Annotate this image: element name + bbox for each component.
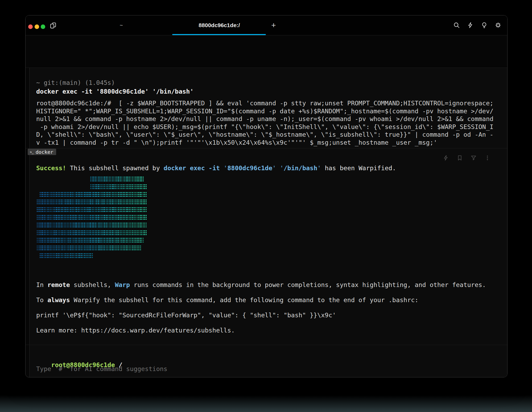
titlebar-actions — [453, 15, 501, 35]
close-window-button[interactable] — [28, 24, 33, 29]
minimize-window-button[interactable] — [35, 24, 39, 29]
block-bookmark-icon[interactable] — [457, 155, 463, 161]
tab-home[interactable]: ~ — [105, 15, 137, 35]
block-toolbar — [443, 155, 490, 161]
new-tab-label: + — [271, 21, 276, 30]
warpified-success-line: Success! This subshell spawned by docker… — [36, 164, 396, 172]
block-divider — [26, 345, 507, 345]
info-line-remote: In remote subshells, Warp runs commands … — [36, 281, 486, 289]
block-filter-icon[interactable] — [471, 155, 477, 161]
block-label-text: docker — [36, 149, 53, 155]
zoom-window-button[interactable] — [41, 24, 45, 29]
gear-icon[interactable] — [495, 22, 501, 28]
terminal-prompt-icon: >_ — [30, 150, 34, 154]
info-line-learn-more: Learn more: https://docs.warp.dev/featur… — [36, 327, 486, 335]
tab-active-label: 8800dc96c1de:/ — [199, 22, 240, 28]
bookmarks-icon[interactable] — [50, 22, 57, 30]
info-line-always: To always Warpify the subshell for this … — [36, 296, 486, 304]
block-lightning-icon[interactable] — [443, 155, 449, 161]
search-icon[interactable] — [453, 22, 460, 28]
tab-home-label: ~ — [120, 22, 123, 28]
prompt-context-line: ~ git:(main) (1.045s) — [36, 79, 115, 87]
active-tab-underline — [172, 34, 266, 35]
terminal-window: ~ 8800dc96c1de:/ + — [25, 15, 508, 377]
tab-active-container[interactable]: 8800dc96c1de:/ — [173, 15, 266, 35]
block-gutter-line — [29, 68, 30, 377]
lightbulb-icon[interactable] — [481, 22, 488, 28]
docker-block-paragraphs: In remote subshells, Warp runs commands … — [36, 281, 486, 342]
block-divider — [26, 148, 507, 148]
titlebar: ~ 8800dc96c1de:/ + — [26, 15, 507, 35]
new-tab-button[interactable]: + — [268, 15, 279, 35]
block-more-icon[interactable] — [484, 155, 490, 161]
block-label-docker[interactable]: >_ docker — [28, 149, 56, 155]
warp-ascii-logo — [37, 177, 149, 259]
executed-command[interactable]: docker exec -it '8800dc96c1de' '/bin/bas… — [36, 88, 193, 96]
lightning-icon[interactable] — [467, 22, 474, 28]
info-line-printf: printf '\eP$f{"hook": "SourcedRcFileForW… — [36, 311, 486, 319]
command-input-placeholder[interactable]: Type '#' for AI command suggestions — [36, 365, 167, 373]
command-output: root@8800dc96c1de:/# [ -z $WARP_BOOTSTRA… — [36, 99, 493, 147]
